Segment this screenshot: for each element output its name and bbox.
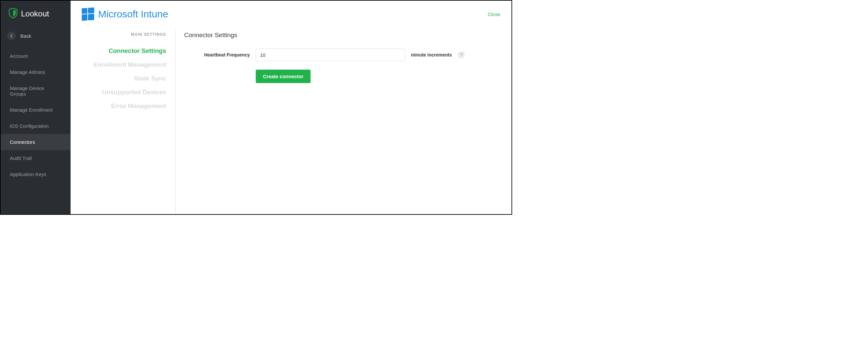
sidebar-item-account[interactable]: Account [1, 48, 70, 64]
back-label: Back [20, 33, 31, 39]
heartbeat-suffix: minute increments [411, 52, 452, 58]
product-title: Microsoft Intune [98, 8, 168, 20]
heartbeat-label: Heartbeat Frequency [184, 52, 250, 58]
chevron-left-icon [7, 32, 16, 40]
settings-nav-connector-settings[interactable]: Connector Settings [81, 44, 166, 58]
sidebar: Lookout Back Account Manage Admins Manag… [1, 1, 70, 214]
brand: Lookout [1, 1, 70, 27]
help-icon[interactable]: ? [458, 51, 465, 58]
settings-nav-header: MAIN SETTINGS [81, 32, 166, 37]
main: Microsoft Intune Close MAIN SETTINGS Con… [70, 1, 512, 214]
settings-nav: MAIN SETTINGS Connector Settings Enrollm… [81, 30, 176, 214]
heartbeat-row: Heartbeat Frequency minute increments ? [184, 49, 502, 61]
sidebar-item-audit-trail[interactable]: Audit Trail [1, 150, 70, 166]
sidebar-item-connectors[interactable]: Connectors [1, 134, 70, 150]
heartbeat-input[interactable] [256, 49, 405, 61]
settings-nav-error-management: Error Management [81, 99, 166, 113]
sidebar-item-application-keys[interactable]: Application Keys [1, 166, 70, 182]
windows-icon [82, 7, 94, 21]
brand-name: Lookout [21, 9, 49, 19]
header: Microsoft Intune Close [70, 1, 512, 24]
panel-title: Connector Settings [184, 32, 502, 39]
settings-nav-unsupported-devices: Unsupported Devices [81, 85, 166, 99]
sidebar-item-manage-admins[interactable]: Manage Admins [1, 64, 70, 80]
close-link[interactable]: Close [488, 11, 500, 17]
shield-icon [8, 8, 18, 20]
sidebar-item-ios-configuration[interactable]: iOS Configuration [1, 118, 70, 134]
product-brand: Microsoft Intune [82, 8, 168, 20]
back-button[interactable]: Back [1, 27, 70, 45]
sidebar-item-manage-device-groups[interactable]: Manage Device Groups [1, 80, 70, 102]
settings-nav-enrollment-management: Enrollment Management [81, 58, 166, 71]
settings-panel: Connector Settings Heartbeat Frequency m… [176, 30, 502, 214]
settings-nav-state-sync: State Sync [81, 71, 166, 85]
sidebar-item-manage-enrollment[interactable]: Manage Enrollment [1, 102, 70, 118]
create-connector-button[interactable]: Create connector [256, 70, 311, 83]
content: MAIN SETTINGS Connector Settings Enrollm… [70, 24, 512, 214]
sidebar-nav: Account Manage Admins Manage Device Grou… [1, 48, 70, 182]
